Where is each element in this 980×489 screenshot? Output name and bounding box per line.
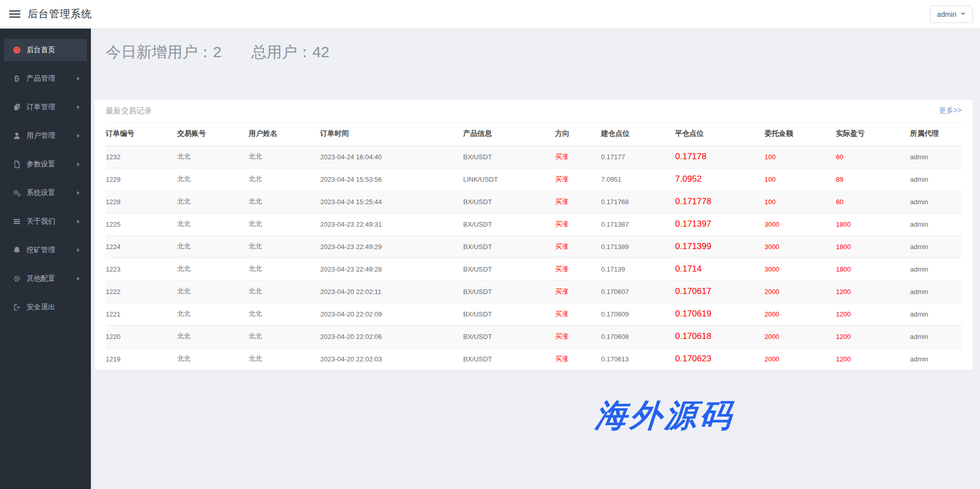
sidebar-item-other[interactable]: 其他配置 — [4, 267, 87, 290]
table-cell: BX/USDT — [463, 280, 555, 303]
table-cell: 1224 — [106, 235, 177, 258]
table-cell: 2023-04-20 22:02:11 — [320, 280, 463, 303]
column-header: 产品信息 — [463, 123, 555, 145]
table-cell: 北北 — [177, 348, 249, 370]
user-menu-button[interactable]: admin — [930, 6, 973, 23]
table-cell: 89 — [836, 168, 910, 190]
table-cell: 北北 — [177, 235, 249, 258]
table-cell: 北北 — [249, 303, 320, 325]
table-row: 1225北北北北2023-04-23 22:49:31BX/USDT买涨0.17… — [106, 213, 962, 235]
column-header: 用户姓名 — [249, 123, 320, 145]
table-cell: 100 — [764, 168, 836, 190]
table-cell: 0.170609 — [601, 303, 675, 325]
user-icon — [12, 132, 21, 140]
table-row: 1222北北北北2023-04-20 22:02:11BX/USDT买涨0.17… — [106, 280, 962, 303]
table-cell: 0.1714 — [675, 258, 764, 280]
table-cell: 北北 — [177, 325, 249, 348]
user-stats: 今日新增用户：2总用户：42 — [106, 43, 980, 61]
sidebar-item-label: 订单管理 — [27, 103, 55, 112]
table-cell: 3000 — [764, 258, 836, 280]
table-cell: 2023-04-23 22:49:31 — [320, 213, 463, 235]
table-cell: 2000 — [764, 325, 836, 348]
table-row: 1221北北北北2023-04-20 22:02:09BX/USDT买涨0.17… — [106, 303, 962, 325]
main-content: 今日新增用户：2总用户：42 最新交易记录 更多>> 订单编号交易账号用户姓名订… — [91, 29, 980, 489]
column-header: 方向 — [555, 123, 601, 145]
sidebar: 后台首页产品管理订单管理用户管理参数设置系统设置关于我们挖矿管理其他配置安全退出 — [0, 29, 91, 489]
table-row: 1229北北北北2023-04-24 15:53:56LINK/USDT买涨7.… — [106, 168, 962, 190]
table-cell: 0.170619 — [675, 303, 764, 325]
table-row: 1224北北北北2023-04-23 22:49:29BX/USDT买涨0.17… — [106, 235, 962, 258]
menu-toggle-icon[interactable] — [9, 9, 20, 19]
table-cell: 1229 — [106, 168, 177, 190]
table-cell: 2000 — [764, 348, 836, 370]
table-row: 1220北北北北2023-04-20 22:02:06BX/USDT买涨0.17… — [106, 325, 962, 348]
table-cell: admin — [910, 325, 962, 348]
table-cell: 北北 — [177, 168, 249, 190]
table-cell: admin — [910, 235, 962, 258]
column-header: 所属代理 — [910, 123, 962, 145]
table-cell: 北北 — [249, 145, 320, 168]
table-cell: 0.170613 — [601, 348, 675, 370]
sidebar-item-logout[interactable]: 安全退出 — [4, 296, 87, 319]
sidebar-menu: 后台首页产品管理订单管理用户管理参数设置系统设置关于我们挖矿管理其他配置安全退出 — [0, 39, 91, 319]
sidebar-item-mining[interactable]: 挖矿管理 — [4, 239, 87, 261]
table-cell: BX/USDT — [463, 303, 555, 325]
table-cell: 0.171768 — [601, 190, 675, 213]
trades-card-header: 最新交易记录 更多>> — [106, 100, 962, 123]
chevron-right-icon — [77, 277, 80, 281]
table-cell: 2023-04-23 22:49:28 — [320, 258, 463, 280]
table-cell: 北北 — [177, 303, 249, 325]
trades-card-title: 最新交易记录 — [106, 106, 152, 116]
table-cell: 买涨 — [555, 303, 601, 325]
table-cell: 100 — [764, 145, 836, 168]
table-cell: 0.170618 — [675, 325, 764, 348]
sidebar-item-users[interactable]: 用户管理 — [4, 125, 87, 147]
table-cell: 北北 — [177, 145, 249, 168]
table-cell: admin — [910, 168, 962, 190]
table-cell: 60 — [836, 190, 910, 213]
column-header: 订单编号 — [106, 123, 177, 145]
table-cell: 北北 — [249, 258, 320, 280]
chevron-down-icon — [961, 13, 966, 15]
column-header: 订单时间 — [320, 123, 463, 145]
table-cell: 1223 — [106, 258, 177, 280]
column-header: 交易账号 — [177, 123, 249, 145]
table-cell: 买涨 — [555, 190, 601, 213]
table-cell: BX/USDT — [463, 325, 555, 348]
table-cell: 0.17177 — [601, 145, 675, 168]
table-cell: BX/USDT — [463, 258, 555, 280]
sidebar-item-params[interactable]: 参数设置 — [4, 153, 87, 176]
table-cell: 买涨 — [555, 145, 601, 168]
table-cell: BX/USDT — [463, 145, 555, 168]
table-cell: 2023-04-20 22:02:03 — [320, 348, 463, 370]
table-cell: 2023-04-24 15:25:44 — [320, 190, 463, 213]
table-cell: 2023-04-20 22:02:06 — [320, 325, 463, 348]
sidebar-item-orders[interactable]: 订单管理 — [4, 96, 87, 118]
table-cell: 1221 — [106, 303, 177, 325]
cogs-icon — [12, 189, 21, 198]
table-cell: 2000 — [764, 303, 836, 325]
trades-table: 订单编号交易账号用户姓名订单时间产品信息方向建仓点位平仓点位委托金额实际盈亏所属… — [106, 123, 962, 370]
table-cell: 1220 — [106, 325, 177, 348]
column-header: 委托金额 — [764, 123, 836, 145]
table-cell: 2023-04-23 22:49:29 — [320, 235, 463, 258]
table-cell: 3000 — [764, 213, 836, 235]
sidebar-item-products[interactable]: 产品管理 — [4, 67, 87, 90]
table-cell: 100 — [764, 190, 836, 213]
sidebar-item-home[interactable]: 后台首页 — [4, 39, 87, 61]
table-cell: 1228 — [106, 190, 177, 213]
chevron-right-icon — [77, 162, 80, 166]
table-cell: 1200 — [836, 280, 910, 303]
table-row: 1219北北北北2023-04-20 22:02:03BX/USDT买涨0.17… — [106, 348, 962, 370]
more-link[interactable]: 更多>> — [939, 106, 962, 115]
table-cell: 0.171397 — [675, 213, 764, 235]
table-cell: 0.17178 — [675, 145, 764, 168]
table-cell: LINK/USDT — [463, 168, 555, 190]
dashboard-icon — [12, 46, 21, 55]
sidebar-item-system[interactable]: 系统设置 — [4, 182, 87, 204]
sidebar-item-label: 挖矿管理 — [27, 246, 55, 255]
sidebar-item-about[interactable]: 关于我们 — [4, 210, 87, 233]
table-cell: 1219 — [106, 348, 177, 370]
table-cell: 1800 — [836, 213, 910, 235]
watermark: 海外源码 — [594, 394, 736, 437]
